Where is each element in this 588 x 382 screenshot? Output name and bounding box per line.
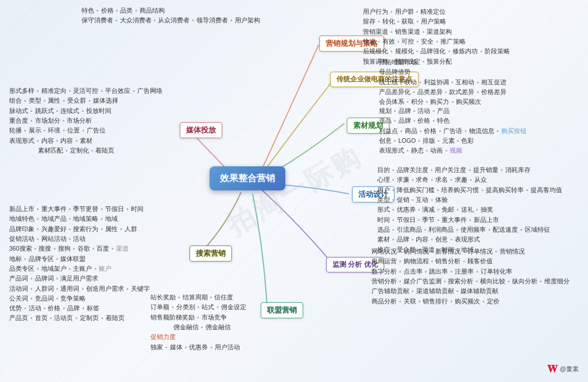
material-leaves: 规划◦品牌◦活动◦产品 选品◦品牌◦价格◦特色 利益点◦商品◦价格◦广告语◦物流… xyxy=(378,106,528,156)
search-leaves: 新品上市◦重大事件◦季节更替◦节假日◦时间 地域特色◦地域产品◦地域策略◦地域 … xyxy=(8,204,151,323)
consumer-leaves: 特色◦ 价格◦ 品类◦ 商品结构 保守消费者◦ 大众消费者◦ 从众消费者◦ 领导… xyxy=(80,6,261,26)
mind-map: 效果整合营销 营销规划与策略 用户行为◦用户群◦精准定位 留存◦转化◦获取◦用户… xyxy=(0,0,588,382)
branch-search: 搜索营销 xyxy=(189,245,232,262)
media-leaves: 形式多样◦精准定向◦灵活可控◦平台效应◦广告网络 组合◦类型◦属性◦受众群◦媒体… xyxy=(8,86,164,155)
traditional-leaves: 开拓增量市场 母品牌借势 线上线下联动◦利益协调◦互相动◦相互促进 产品差异化◦… xyxy=(378,57,508,107)
center-node: 效果整合营销 xyxy=(210,166,285,190)
alliance-leaves: 站长奖励◦结算周期◦信任度 订单额◦分类别◦站式◦佣金设定 销售额阶梯奖励◦市场… xyxy=(149,293,247,352)
monitor-leaves: 网站状况◦访问情况◦新客情况◦订单情况◦营销情况 电商运营◦购物流程◦销售分析◦… xyxy=(370,247,571,306)
weibo-watermark: 𝐖 @董素 xyxy=(547,363,579,375)
activity-leaves: 目的◦品牌关注度◦用户关注度◦提升销量◦消耗库存 心理◦求廉◦求奇◦求名◦求趣◦… xyxy=(376,165,563,255)
branch-media: 媒体投放 xyxy=(180,122,222,138)
branch-alliance: 联盟营销 xyxy=(261,302,303,318)
